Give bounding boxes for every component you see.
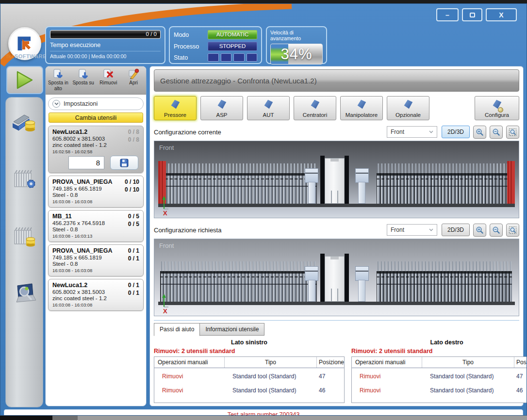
job-time: 16:03:08 - 16:03:08 xyxy=(52,199,139,204)
job-material: zinc coated steel - 1.2 xyxy=(52,142,139,148)
current-view-value: Front xyxy=(391,129,404,135)
chevron-down-icon xyxy=(429,228,433,231)
job-card[interactable]: PROVA_UNA_PIEGA 749.185 x 665.1819 Steel… xyxy=(48,176,144,208)
zoom-fit-icon xyxy=(509,226,517,234)
current-zoom-out-button[interactable] xyxy=(490,126,503,139)
help-step-panels: Lato sinistro Rimuovi: 2 utensili standa… xyxy=(154,338,519,403)
tab-aut[interactable]: AUT xyxy=(247,96,290,120)
operation-cell: Rimuovi xyxy=(352,373,422,380)
screen-top-strip xyxy=(0,0,527,3)
chevron-down-icon xyxy=(429,130,433,133)
maximize-button[interactable] xyxy=(462,8,482,21)
current-config-label: Configurazione corrente xyxy=(154,129,387,136)
tab-asp[interactable]: ASP xyxy=(200,96,243,120)
section-separator xyxy=(154,320,519,321)
required-2d3d-button[interactable]: 2D/3D xyxy=(442,224,470,236)
job-size: 605.8002 x 381.5003 xyxy=(52,289,139,295)
required-config-viewport[interactable]: Front xyxy=(154,239,519,316)
diagnostics-icon[interactable] xyxy=(11,281,38,308)
required-zoom-fit-button[interactable] xyxy=(506,224,519,237)
tab-manipolatore[interactable]: Manipolatore xyxy=(340,96,383,120)
job-card[interactable]: MB_11 456.2376 x 764.5918 Steel - 0.8 16… xyxy=(48,210,144,242)
save-button[interactable] xyxy=(110,156,138,170)
current-2d3d-button[interactable]: 2D/3D xyxy=(442,126,470,138)
zoom-out-icon xyxy=(492,226,500,234)
tab-informazioni-utensile[interactable]: Informazioni utensile xyxy=(199,323,264,336)
navigation-rail xyxy=(5,97,43,407)
job-card[interactable]: NewLuca1.2 605.8002 x 381.5003 zinc coat… xyxy=(48,279,144,311)
tab-label: AUT xyxy=(263,112,274,118)
tool-database-icon[interactable] xyxy=(11,109,38,136)
table-row[interactable]: Rimuovi Standard tool (Standard) 47 xyxy=(154,370,344,382)
page-title-bar: Gestione attrezzaggio - Confronta (NewLu… xyxy=(154,69,519,92)
current-zoom-fit-button[interactable] xyxy=(506,126,519,139)
required-view-select[interactable]: Front xyxy=(387,224,437,236)
processo-label: Processo xyxy=(174,43,208,50)
tab-opzionale[interactable]: Opzionale xyxy=(387,96,429,120)
alarm-status-bar[interactable]: Test alarm number 700343 xyxy=(4,409,523,416)
quantity-input[interactable] xyxy=(68,156,104,169)
table-row[interactable]: Rimuovi Standard tool (Standard) 46 xyxy=(352,384,527,396)
category-tabs: Pressore ASP AUT Centratori Manipolatore… xyxy=(154,96,519,120)
tab-passi-di-aiuto[interactable]: Passi di aiuto xyxy=(154,323,200,336)
stato-indicator-boxes xyxy=(208,53,257,62)
current-config-viewport[interactable]: Front xyxy=(154,141,519,218)
remove-label: Rimuovi xyxy=(99,80,117,86)
configura-label: Configura xyxy=(485,112,509,118)
tool-rail-floor xyxy=(158,204,515,207)
close-button[interactable]: X xyxy=(486,8,517,21)
job-card[interactable]: PROVA_UNA_PIEGA 749.185 x 665.1819 Steel… xyxy=(48,244,144,276)
job-count-1: 0 / 8 xyxy=(128,129,139,136)
tool-setup-gear-icon[interactable] xyxy=(11,166,38,194)
move-to-top-button[interactable]: Sposta in alto xyxy=(46,66,71,94)
job-material: zinc coated steel - 1.2 xyxy=(52,295,139,301)
minimize-icon: – xyxy=(445,11,449,19)
modo-label: Modo xyxy=(174,32,208,38)
x-axis-label: X xyxy=(163,307,167,315)
column-header: Tipo xyxy=(225,357,317,368)
tempo-detail: Attuale 00:00:00 | Media 00:00:00 xyxy=(50,53,161,59)
brand-prefix: fke xyxy=(6,53,15,59)
job-time: 16:03:08 - 16:03:13 xyxy=(52,233,139,239)
speed-value: 34% xyxy=(271,44,322,64)
tab-pressore[interactable]: Pressore xyxy=(154,96,197,120)
job-material: Steel - 0.8 xyxy=(52,226,139,232)
current-zoom-in-button[interactable] xyxy=(473,126,486,139)
feed-speed-panel: Velocità di avanzamento 34% xyxy=(266,26,327,64)
stato-label: Stato xyxy=(174,54,208,61)
job-card[interactable]: NewLuca1.2 605.8002 x 381.5003 zinc coat… xyxy=(48,126,144,173)
operations-table: Operazioni manuali Tipo Posizione Rimuov… xyxy=(351,356,527,403)
current-view-select[interactable]: Front xyxy=(387,126,437,138)
settings-label: Impostazioni xyxy=(64,100,98,107)
move-to-top-label: Sposta in alto xyxy=(46,80,71,91)
minimize-button[interactable]: – xyxy=(436,8,459,21)
start-button[interactable] xyxy=(6,66,43,94)
table-row[interactable]: Rimuovi Standard tool (Standard) 47 xyxy=(352,370,527,382)
center-clamp-device xyxy=(305,156,369,204)
change-tools-button[interactable]: Cambia utensili xyxy=(49,113,143,123)
aut-icon xyxy=(263,99,274,109)
remove-button[interactable]: Rimuovi xyxy=(96,66,121,94)
right-side-panel: Lato destro Rimuovi: 2 utensili standard… xyxy=(351,338,527,403)
job-name: PROVA_UNA_PIEGA xyxy=(52,247,139,254)
configura-button[interactable]: Configura xyxy=(475,96,519,120)
job-name: NewLuca1.2 xyxy=(52,282,139,289)
job-counts: 0 / 8 0 / 8 xyxy=(128,129,139,144)
job-time: 16:02:58 - 16:02:58 xyxy=(52,149,139,154)
open-button[interactable]: Apri xyxy=(121,66,146,94)
job-size: 456.2376 x 764.5918 xyxy=(52,220,139,226)
job-counts: 0 / 10 0 / 10 xyxy=(125,178,139,194)
column-header: Operazioni manuali xyxy=(154,357,225,368)
table-row[interactable]: Rimuovi Standard tool (Standard) 46 xyxy=(154,384,344,396)
operation-cell: Rimuovi xyxy=(154,373,225,380)
position-cell: 47 xyxy=(514,373,527,380)
settings-expander[interactable]: Impostazioni xyxy=(48,97,144,110)
required-zoom-out-button[interactable] xyxy=(490,224,503,237)
y-axis-arrow-icon xyxy=(160,293,171,308)
required-zoom-in-button[interactable] xyxy=(473,224,486,237)
job-count-2: 0 / 1 xyxy=(128,290,139,297)
job-time: 16:03:08 - 16:03:08 xyxy=(52,268,139,273)
tool-rack-database-icon[interactable] xyxy=(11,224,38,251)
tab-centratori[interactable]: Centratori xyxy=(294,96,336,120)
move-up-button[interactable]: Sposta su xyxy=(71,66,96,94)
